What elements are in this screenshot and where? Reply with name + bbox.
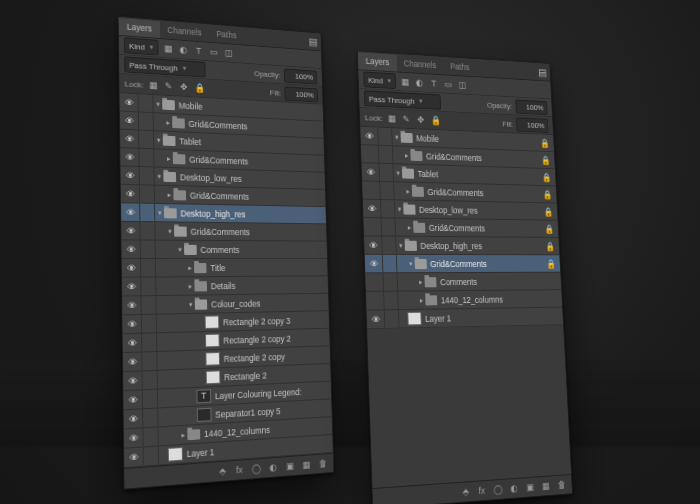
lock-all-icon[interactable]: 🔒 xyxy=(194,82,206,94)
visibility-toggle[interactable]: 👁 xyxy=(123,390,143,409)
visibility-toggle[interactable]: 👁 xyxy=(123,353,143,372)
disclosure-arrow[interactable]: ▾ xyxy=(155,208,164,216)
visibility-toggle[interactable]: 👁 xyxy=(363,200,381,218)
visibility-toggle[interactable]: 👁 xyxy=(124,428,144,447)
layer-row[interactable]: 👁▾Desktop_high_res xyxy=(121,203,326,224)
filter-shape-icon[interactable]: ▭ xyxy=(208,46,219,58)
tab-layers[interactable]: Layers xyxy=(119,18,160,38)
visibility-toggle[interactable]: 👁 xyxy=(120,130,139,148)
disclosure-arrow[interactable]: ▾ xyxy=(153,100,162,108)
link-layers-icon[interactable]: ⬘ xyxy=(216,465,228,478)
layer-row[interactable]: 👁▸Title xyxy=(122,259,328,278)
disclosure-arrow[interactable]: ▸ xyxy=(417,296,426,304)
lock-transparent-icon[interactable]: ▦ xyxy=(386,112,397,124)
lock-icon[interactable]: 🔒 xyxy=(546,259,556,269)
group-icon[interactable]: ▣ xyxy=(284,460,295,473)
mask-icon[interactable]: ◯ xyxy=(251,462,263,475)
new-layer-icon[interactable]: ▦ xyxy=(301,458,312,471)
visibility-toggle[interactable]: 👁 xyxy=(120,93,139,111)
disclosure-arrow[interactable]: ▾ xyxy=(155,172,164,180)
disclosure-arrow[interactable]: ▸ xyxy=(186,282,195,290)
filter-type-icon[interactable]: T xyxy=(428,77,439,89)
visibility-toggle[interactable] xyxy=(365,273,384,291)
tab-paths[interactable]: Paths xyxy=(209,25,244,44)
lock-move-icon[interactable]: ✥ xyxy=(178,81,190,94)
layer-row[interactable]: 👁▾Grid&Comments🔒 xyxy=(365,255,560,274)
visibility-toggle[interactable]: 👁 xyxy=(122,278,141,296)
disclosure-arrow[interactable]: ▾ xyxy=(392,133,401,141)
visibility-toggle[interactable] xyxy=(361,145,379,163)
visibility-toggle[interactable] xyxy=(366,292,385,310)
lock-icon[interactable]: 🔒 xyxy=(542,172,552,182)
fill-field[interactable]: 100% xyxy=(284,86,318,102)
blend-mode-select[interactable]: Pass Through▾ xyxy=(364,90,441,110)
disclosure-arrow[interactable]: ▾ xyxy=(406,259,415,267)
fx-icon[interactable]: fx xyxy=(476,484,487,497)
filter-smart-icon[interactable]: ◫ xyxy=(223,47,234,59)
visibility-toggle[interactable]: 👁 xyxy=(121,166,140,184)
visibility-toggle[interactable]: 👁 xyxy=(122,240,141,258)
disclosure-arrow[interactable]: ▸ xyxy=(405,223,414,231)
panel-menu-icon[interactable]: ▤ xyxy=(538,66,547,79)
layer-row[interactable]: 👁▾Grid&Comments xyxy=(121,222,326,242)
mask-icon[interactable]: ◯ xyxy=(492,483,503,496)
disclosure-arrow[interactable]: ▾ xyxy=(154,136,163,144)
lock-brush-icon[interactable]: ✎ xyxy=(163,80,175,93)
visibility-toggle[interactable]: 👁 xyxy=(121,203,140,221)
tab-layers[interactable]: Layers xyxy=(358,52,397,71)
disclosure-arrow[interactable]: ▾ xyxy=(395,205,404,213)
visibility-toggle[interactable]: 👁 xyxy=(360,127,378,145)
fx-icon[interactable]: fx xyxy=(234,463,246,476)
filter-smart-icon[interactable]: ◫ xyxy=(457,79,468,91)
panel-menu-icon[interactable]: ▤ xyxy=(308,35,317,48)
visibility-toggle[interactable]: 👁 xyxy=(124,447,144,467)
trash-icon[interactable]: 🗑 xyxy=(556,478,567,491)
lock-icon[interactable]: 🔒 xyxy=(541,155,551,165)
lock-icon[interactable]: 🔒 xyxy=(545,241,555,251)
disclosure-arrow[interactable] xyxy=(159,455,168,456)
visibility-toggle[interactable]: 👁 xyxy=(367,310,386,328)
visibility-toggle[interactable]: 👁 xyxy=(120,111,139,129)
visibility-toggle[interactable]: 👁 xyxy=(122,259,141,277)
disclosure-arrow[interactable]: ▸ xyxy=(165,190,174,198)
filter-kind[interactable]: Kind▾ xyxy=(124,37,159,55)
lock-icon[interactable]: 🔒 xyxy=(540,138,550,148)
disclosure-arrow[interactable]: ▾ xyxy=(165,227,174,235)
filter-adjust-icon[interactable]: ◐ xyxy=(178,43,190,56)
lock-all-icon[interactable]: 🔒 xyxy=(430,114,441,126)
filter-type-icon[interactable]: T xyxy=(193,45,205,58)
layer-row[interactable]: 👁▾Comments xyxy=(122,240,327,259)
lock-move-icon[interactable]: ✥ xyxy=(415,114,426,126)
tab-channels[interactable]: Channels xyxy=(396,54,443,73)
visibility-toggle[interactable]: 👁 xyxy=(365,255,384,272)
disclosure-arrow[interactable]: ▾ xyxy=(186,300,195,308)
lock-transparent-icon[interactable]: ▦ xyxy=(147,79,159,92)
layer-row[interactable]: ▸Comments xyxy=(365,273,561,292)
layer-row[interactable]: ▸Grid&Comments🔒 xyxy=(364,218,559,238)
tab-channels[interactable]: Channels xyxy=(159,21,209,42)
disclosure-arrow[interactable]: ▸ xyxy=(164,154,173,162)
visibility-toggle[interactable]: 👁 xyxy=(121,222,140,240)
visibility-toggle[interactable]: 👁 xyxy=(122,296,141,314)
tab-paths[interactable]: Paths xyxy=(443,58,477,76)
disclosure-arrow[interactable]: ▸ xyxy=(178,430,187,439)
disclosure-arrow[interactable]: ▸ xyxy=(185,264,194,272)
disclosure-arrow[interactable]: ▾ xyxy=(396,241,405,249)
disclosure-arrow[interactable]: ▾ xyxy=(394,169,403,177)
visibility-toggle[interactable]: 👁 xyxy=(120,148,139,166)
visibility-toggle[interactable]: 👁 xyxy=(364,236,383,253)
new-layer-icon[interactable]: ▦ xyxy=(540,479,551,492)
visibility-toggle[interactable]: 👁 xyxy=(121,185,140,203)
filter-pixel-icon[interactable]: ▦ xyxy=(399,76,410,88)
disclosure-arrow[interactable]: ▾ xyxy=(175,245,184,253)
visibility-toggle[interactable]: 👁 xyxy=(123,334,142,352)
adjustment-icon[interactable]: ◐ xyxy=(508,482,519,495)
lock-icon[interactable]: 🔒 xyxy=(544,224,554,234)
lock-icon[interactable]: 🔒 xyxy=(543,207,553,217)
visibility-toggle[interactable]: 👁 xyxy=(123,371,143,390)
filter-adjust-icon[interactable]: ◐ xyxy=(414,76,425,88)
disclosure-arrow[interactable]: ▸ xyxy=(416,278,425,286)
disclosure-arrow[interactable]: ▸ xyxy=(404,187,413,195)
filter-shape-icon[interactable]: ▭ xyxy=(442,78,453,90)
lock-icon[interactable]: 🔒 xyxy=(543,189,553,199)
